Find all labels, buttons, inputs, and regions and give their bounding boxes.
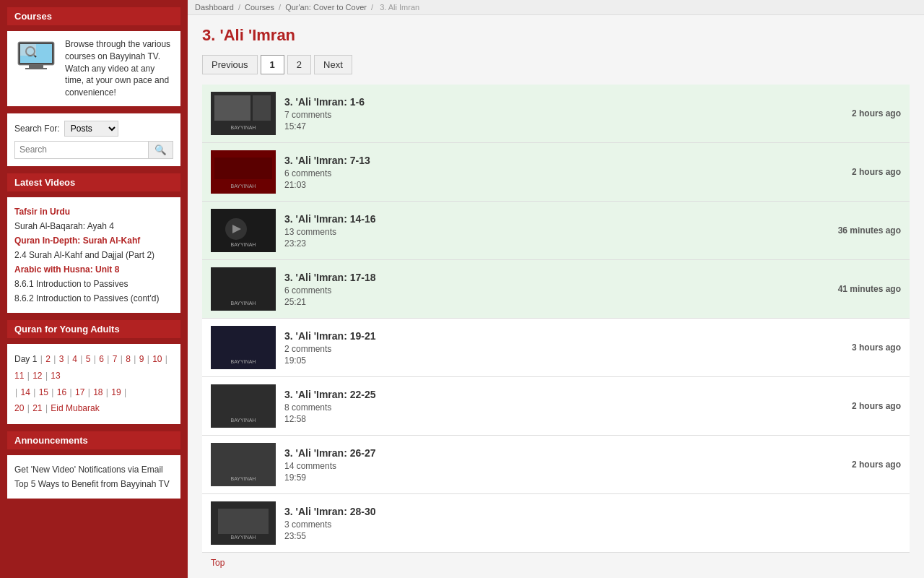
day-link[interactable]: 15: [39, 387, 48, 397]
breadcrumb: Dashboard / Courses / Qur'an: Cover to C…: [188, 0, 924, 15]
video-thumbnail: BAYYINAH: [211, 326, 276, 369]
day-link[interactable]: 16: [57, 387, 66, 397]
video-duration: 21:03: [284, 180, 843, 190]
day-link[interactable]: 21: [32, 403, 42, 413]
video-thumbnail: BAYYINAH: [211, 384, 276, 428]
day-link[interactable]: 6: [99, 354, 104, 364]
video-item[interactable]: BAYYINAH 3. 'Ali 'Imran: 14-16 13 commen…: [202, 202, 910, 260]
video-item[interactable]: BAYYINAH 3. 'Ali 'Imran: 7-13 6 comments…: [202, 143, 910, 202]
day-link[interactable]: 9: [139, 354, 144, 364]
video-title: 3. 'Ali 'Imran: 26-27: [284, 447, 843, 459]
day-link[interactable]: 12: [32, 371, 42, 381]
svg-rect-12: [214, 158, 272, 179]
day-link[interactable]: 20: [14, 403, 24, 413]
day-link[interactable]: 11: [14, 371, 24, 381]
breadcrumb-separator: /: [238, 3, 240, 12]
svg-rect-8: [214, 95, 250, 121]
page-title: 3. 'Ali 'Imran: [202, 26, 910, 45]
video-title: 3. 'Ali 'Imran: 22-25: [284, 389, 843, 400]
breadcrumb-dashboard[interactable]: Dashboard: [195, 3, 234, 12]
video-comments: 14 comments: [284, 461, 843, 471]
video-info: 3. 'Ali 'Imran: 1-6 7 comments 15:47: [284, 96, 843, 131]
latest-video-item[interactable]: 2.4 Surah Al-Kahf and Dajjal (Part 2): [14, 248, 173, 262]
next-page-button[interactable]: Next: [314, 55, 352, 74]
day-link[interactable]: 4: [72, 354, 77, 364]
day-link[interactable]: 17: [75, 387, 84, 397]
video-comments: 13 comments: [284, 227, 829, 237]
announcement-item[interactable]: Top 5 Ways to Benefit from Bayyinah TV: [14, 477, 173, 491]
page-1-button[interactable]: 1: [261, 55, 284, 74]
video-time-ago: 2 hours ago: [852, 108, 901, 118]
video-info: 3. 'Ali 'Imran: 17-18 6 comments 25:21: [284, 272, 829, 307]
video-time-ago: 36 minutes ago: [838, 225, 901, 236]
svg-rect-9: [253, 95, 271, 121]
video-info: 3. 'Ali 'Imran: 28-30 3 comments 23:55: [284, 506, 892, 541]
courses-section-title: Courses: [7, 7, 180, 25]
svg-text:BAYYINAH: BAYYINAH: [231, 418, 256, 423]
svg-text:BAYYINAH: BAYYINAH: [231, 125, 256, 130]
search-input-wrap: 🔍: [14, 141, 173, 159]
video-info: 3. 'Ali 'Imran: 7-13 6 comments 21:03: [284, 155, 843, 190]
video-comments: 6 comments: [284, 285, 829, 296]
svg-text:BAYYINAH: BAYYINAH: [231, 184, 256, 189]
svg-text:BAYYINAH: BAYYINAH: [231, 359, 256, 364]
day-link[interactable]: 14: [20, 387, 30, 397]
search-type-select[interactable]: Posts Videos Courses: [64, 121, 118, 137]
video-thumbnail: BAYYINAH: [211, 443, 276, 486]
video-item[interactable]: BAYYINAH 3. 'Ali 'Imran: 26-27 14 commen…: [202, 436, 910, 494]
video-comments: 6 comments: [284, 168, 843, 178]
day-link[interactable]: 8: [126, 354, 131, 364]
video-item[interactable]: BAYYINAH 3. 'Ali 'Imran: 28-30 3 comment…: [202, 494, 910, 553]
video-item[interactable]: BAYYINAH 3. 'Ali 'Imran: 22-25 8 comment…: [202, 377, 910, 436]
day-link[interactable]: 19: [111, 387, 121, 397]
video-duration: 12:58: [284, 414, 843, 424]
quran-young-box: Day 1 | 2 | 3 | 4 | 5 | 6 | 7 | 8 | 9 | …: [7, 344, 180, 424]
day-link[interactable]: 3: [59, 354, 64, 364]
search-label: Search For: Posts Videos Courses: [14, 121, 173, 137]
video-title: 3. 'Ali 'Imran: 1-6: [284, 96, 843, 108]
video-item[interactable]: BAYYINAH 3. 'Ali 'Imran: 19-21 2 comment…: [202, 319, 910, 377]
eid-mubarak-link[interactable]: Eid Mubarak: [51, 403, 99, 413]
svg-text:BAYYINAH: BAYYINAH: [231, 476, 256, 481]
search-input[interactable]: [15, 142, 148, 158]
breadcrumb-courses[interactable]: Courses: [245, 3, 274, 12]
main-content-area: Dashboard / Courses / Qur'an: Cover to C…: [188, 0, 924, 578]
announcement-item[interactable]: Get 'New Video' Notifications via Email: [14, 462, 173, 477]
latest-video-item[interactable]: Arabic with Husna: Unit 8: [14, 262, 173, 277]
video-title: 3. 'Ali 'Imran: 7-13: [284, 155, 843, 166]
breadcrumb-course[interactable]: Qur'an: Cover to Cover: [285, 3, 367, 12]
video-comments: 2 comments: [284, 344, 843, 354]
top-link[interactable]: Top: [211, 558, 225, 568]
video-info: 3. 'Ali 'Imran: 19-21 2 comments 19:05: [284, 330, 843, 366]
latest-video-item[interactable]: Tafsir in Urdu: [14, 204, 173, 219]
day-link[interactable]: 13: [51, 371, 60, 381]
latest-video-item[interactable]: 8.6.1 Introduction to Passives: [14, 277, 173, 291]
latest-video-item[interactable]: Quran In-Depth: Surah Al-Kahf: [14, 233, 173, 248]
day-link[interactable]: 7: [113, 354, 118, 364]
video-time-ago: 2 hours ago: [852, 460, 901, 470]
video-item[interactable]: BAYYINAH 3. 'Ali 'Imran: 1-6 7 comments …: [202, 85, 910, 143]
day-link[interactable]: 2: [45, 354, 51, 364]
page-2-button[interactable]: 2: [287, 55, 311, 74]
svg-text:BAYYINAH: BAYYINAH: [231, 301, 256, 306]
search-button[interactable]: 🔍: [148, 142, 173, 158]
video-thumbnail: BAYYINAH: [211, 150, 276, 194]
latest-video-item[interactable]: Surah Al-Baqarah: Ayah 4: [14, 219, 173, 233]
day-link[interactable]: 18: [93, 387, 103, 397]
video-comments: 3 comments: [284, 519, 892, 530]
video-comments: 8 comments: [284, 402, 843, 413]
search-box: Search For: Posts Videos Courses 🔍: [7, 113, 180, 166]
video-duration: 15:47: [284, 121, 843, 131]
main-section: 3. 'Ali 'Imran Previous 1 2 Next BAYYINA…: [188, 15, 924, 578]
video-list: BAYYINAH 3. 'Ali 'Imran: 1-6 7 comments …: [202, 85, 910, 553]
day-link[interactable]: 10: [152, 354, 162, 364]
video-title: 3. 'Ali 'Imran: 28-30: [284, 506, 892, 517]
video-duration: 23:23: [284, 238, 829, 249]
video-duration: 25:21: [284, 297, 829, 307]
latest-video-item[interactable]: 8.6.2 Introduction to Passives (cont'd): [14, 291, 173, 306]
prev-page-button[interactable]: Previous: [202, 55, 258, 74]
video-item[interactable]: BAYYINAH 3. 'Ali 'Imran: 17-18 6 comment…: [202, 260, 910, 319]
announcements-title: Announcements: [7, 431, 180, 449]
day-link[interactable]: 5: [86, 354, 91, 364]
top-link-area: Top: [202, 553, 910, 572]
